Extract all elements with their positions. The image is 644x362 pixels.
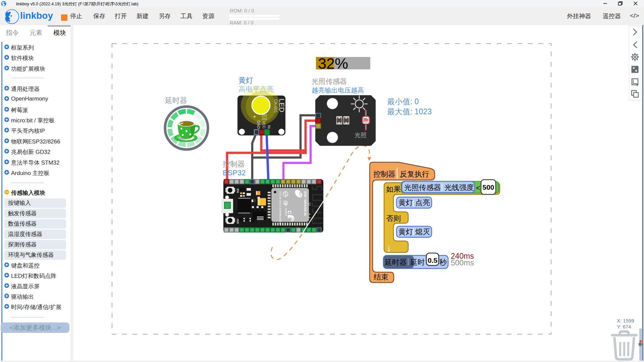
svg-text:IN: IN: [267, 125, 271, 129]
svg-text:熄灭: 熄灭: [415, 228, 430, 236]
svg-text:如果: 如果: [386, 185, 401, 193]
svg-text:R: R: [284, 202, 286, 205]
svg-text:光照: 光照: [355, 132, 367, 138]
svg-text:黄灯: 黄灯: [398, 228, 413, 236]
svg-text:FCC ID:2AC72-ESPWROOM32: FCC ID:2AC72-ESPWROOM32: [279, 191, 281, 225]
svg-text:500: 500: [482, 183, 494, 191]
svg-text:VCC: VCC: [262, 121, 266, 129]
svg-text:延时器: 延时器: [384, 258, 407, 266]
svg-text:C: C: [309, 202, 311, 206]
svg-text:GND: GND: [257, 121, 261, 129]
svg-text:205 - 000519: 205 - 000519: [285, 202, 287, 216]
svg-text:IO0: IO0: [236, 219, 239, 224]
svg-text:↓: ↓: [386, 242, 391, 253]
svg-text:EN: EN: [236, 189, 239, 193]
svg-text:反复执行: 反复执行: [400, 170, 429, 178]
svg-text:CK-001: CK-001: [273, 99, 278, 113]
svg-text:ESP- WROOM-32: ESP- WROOM-32: [304, 191, 307, 216]
svg-text:240ms: 240ms: [451, 252, 474, 260]
svg-text:<: <: [476, 184, 480, 192]
svg-text:CE: CE: [287, 210, 292, 219]
svg-text:0.5: 0.5: [428, 256, 438, 264]
svg-text:否则: 否则: [386, 214, 401, 223]
svg-text:LED: LED: [278, 99, 286, 112]
svg-text:WiFi: WiFi: [299, 192, 301, 197]
svg-text:500ms: 500ms: [451, 258, 474, 267]
svg-text:控制器: 控制器: [373, 170, 395, 178]
svg-text:黄灯: 黄灯: [398, 198, 413, 207]
svg-text:结束: 结束: [374, 273, 388, 281]
svg-text:光线强度: 光线强度: [444, 183, 474, 192]
svg-text:秒: 秒: [439, 258, 447, 266]
svg-text:点亮: 点亮: [415, 198, 430, 207]
svg-text:延时: 延时: [410, 258, 425, 266]
svg-text:光照传感器: 光照传感器: [404, 183, 441, 192]
